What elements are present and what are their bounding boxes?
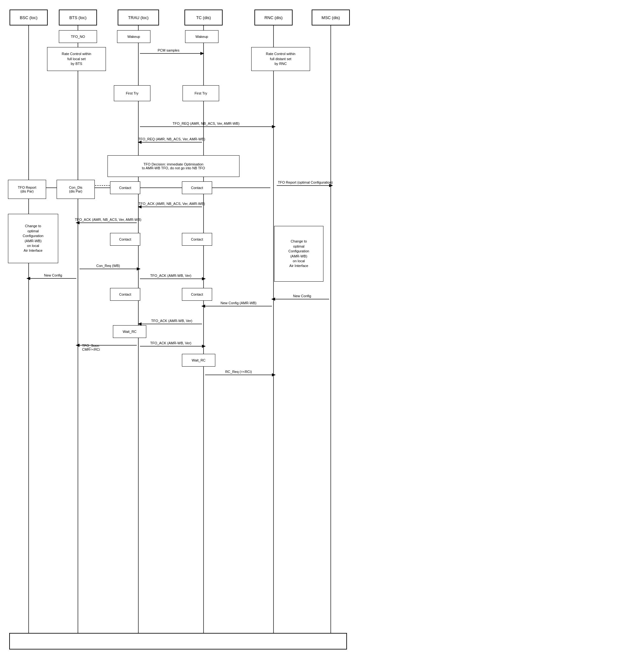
svg-marker-19 — [329, 184, 333, 187]
svg-text:TFO_ACK (AMR-WB, Ver): TFO_ACK (AMR-WB, Ver) — [150, 274, 191, 278]
svg-text:TFO_ACK (AMR-WB, Ver): TFO_ACK (AMR-WB, Ver) — [150, 341, 191, 345]
rate-ctrl-local-box: Rate Control withinfull local setby BTS — [47, 47, 106, 71]
svg-marker-8 — [200, 52, 204, 55]
contact-trau1-box: Contact — [110, 181, 140, 194]
svg-text:New Config: New Config — [44, 273, 62, 277]
svg-text:TFO_ACK (AMR, NB_ACS, Ver, AMR: TFO_ACK (AMR, NB_ACS, Ver, AMR-WB) — [138, 202, 205, 205]
contact-tc3-box: Contact — [182, 288, 212, 301]
svg-marker-29 — [137, 267, 141, 270]
wait-rc1-box: Wait_RC — [113, 325, 146, 338]
first-try-trau-box: First Try — [114, 85, 151, 101]
svg-marker-49 — [202, 345, 206, 348]
entity-msc: MSC (dis) — [312, 9, 350, 25]
svg-text:Con_Req (WB): Con_Req (WB) — [96, 264, 120, 268]
svg-text:TFO_REQ (AMR, NB_ACS, Ver, AMR: TFO_REQ (AMR, NB_ACS, Ver, AMR-WB) — [173, 122, 239, 125]
contact-trau2-box: Contact — [110, 233, 140, 246]
svg-text:TFO_REQ (AMR, NB_ACS, Ver, AMR: TFO_REQ (AMR, NB_ACS, Ver, AMR-WB) — [138, 137, 205, 141]
con-dis-box: Con_Dis(dis Par) — [56, 180, 95, 199]
svg-text:TFO_ACK (AMR-WB, Ver): TFO_ACK (AMR-WB, Ver) — [151, 319, 192, 323]
svg-marker-23 — [138, 205, 141, 208]
wakeup-trau-box: Wakeup — [117, 30, 151, 43]
wait-rc2-box: Wait_RC — [182, 354, 215, 367]
entity-rnc: RNC (dis) — [254, 9, 293, 25]
entity-bsc: BSC (loc) — [9, 9, 48, 25]
rate-ctrl-distant-box: Rate Control withinfull distant setby RN… — [251, 47, 310, 71]
diagram-svg: PCM samples TFO_REQ (AMR, NB_ACS, Ver, A… — [0, 0, 644, 660]
entity-trau: TRAU (loc) — [118, 9, 159, 25]
sequence-diagram: PCM samples TFO_REQ (AMR, NB_ACS, Ver, A… — [0, 0, 644, 660]
entity-bts: BTS (loc) — [59, 9, 97, 25]
svg-marker-47 — [76, 344, 79, 347]
change-optimal-local-box: Change tooptimalConfiguration(AMR-WB)on … — [8, 214, 58, 263]
contact-tc1-box: Contact — [182, 181, 212, 194]
svg-text:TFO_ACK (AMR, NB_ACS, Ver, AMR: TFO_ACK (AMR, NB_ACS, Ver, AMR-WB) — [75, 218, 141, 221]
svg-text:PCM samples: PCM samples — [158, 48, 180, 52]
svg-marker-14 — [138, 141, 141, 144]
tfo-soon-label: TFO_SoonCMR=<RCi — [82, 340, 100, 351]
tfo-no-box: TFO_NO — [59, 30, 97, 43]
svg-marker-52 — [272, 373, 276, 376]
svg-text:New Config (AMR-WB): New Config (AMR-WB) — [221, 301, 256, 305]
svg-text:New Config: New Config — [293, 294, 312, 298]
change-optimal-distant-box: Change tooptimalConfiguration(AMR-WB)on … — [274, 226, 323, 282]
svg-marker-32 — [26, 277, 30, 280]
wakeup-tc-box: Wakeup — [185, 30, 218, 43]
contact-trau3-box: Contact — [110, 288, 140, 301]
tfo-report-dis-box: TFO Report(dis Par) — [8, 180, 46, 199]
tfo-decision-box: TFO Decision: immediate Optimisationto A… — [108, 155, 239, 177]
entity-tc: TC (dis) — [184, 9, 223, 25]
first-try-tc-box: First Try — [183, 85, 219, 101]
svg-marker-11 — [272, 125, 276, 128]
contact-tc2-box: Contact — [182, 233, 212, 246]
svg-text:RC_Req (=<RCi): RC_Req (=<RCi) — [225, 370, 252, 374]
svg-rect-6 — [9, 633, 347, 649]
svg-text:TFO Report (optimal Configurat: TFO Report (optimal Configuration) — [278, 180, 332, 184]
svg-marker-35 — [202, 277, 206, 280]
svg-marker-38 — [271, 298, 275, 301]
svg-marker-41 — [201, 305, 205, 308]
svg-marker-26 — [76, 221, 79, 224]
